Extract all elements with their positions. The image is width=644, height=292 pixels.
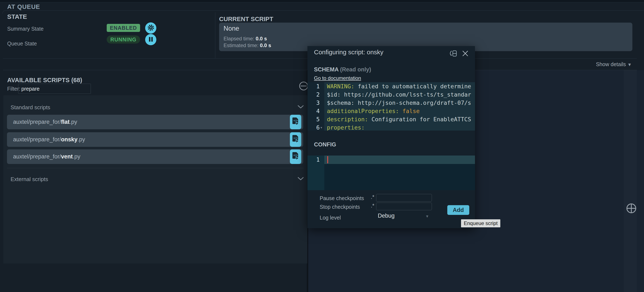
stop-checkpoints-input[interactable] (376, 203, 432, 210)
launch-script-onsky-button[interactable]: </> (290, 132, 301, 147)
pause-checkpoints-input[interactable] (376, 194, 432, 202)
show-details-arrow-icon: ▼ (627, 62, 632, 67)
estimated-time-value: 0.0 s (260, 42, 271, 48)
schema-editor[interactable]: 1 WARNING: failed to automatically deter… (308, 82, 475, 130)
standard-scripts-group-label: Standard scripts (10, 104, 50, 111)
svg-text:</>: </> (294, 137, 298, 140)
estimated-time-label: Estimated time: (224, 42, 258, 48)
enqueue-script-tooltip: Enqueue script (461, 219, 500, 227)
chevron-down-icon (298, 178, 304, 181)
config-heading: CONFIG (314, 141, 336, 148)
stop-regex-hint: .* (371, 203, 374, 209)
pause-checkpoints-label: Pause checkpoints (320, 195, 364, 201)
close-modal-button[interactable] (462, 50, 469, 58)
svg-text:</>: </> (294, 154, 298, 156)
filter-input[interactable] (18, 84, 91, 94)
schema-readonly-hint: (Read only) (340, 66, 371, 73)
launch-script-flat-button[interactable]: </> (290, 115, 301, 129)
external-scripts-group-label: External scripts (10, 176, 48, 182)
close-icon (462, 54, 469, 58)
script-ext: .py (70, 119, 77, 125)
script-path-prefix: auxtel/prepare_for/ (13, 136, 61, 142)
show-details-label: Show details (596, 61, 626, 67)
script-row-flat[interactable]: auxtel/prepare_for/flat.py </> (7, 115, 303, 129)
rotate-paste-icon (448, 55, 458, 59)
pause-queue-button[interactable] (145, 34, 156, 45)
group-divider (7, 168, 304, 168)
queue-state-label: Queue State (7, 40, 37, 47)
modal-title: Configuring script: onsky (314, 48, 383, 56)
scripts-panel: Standard scripts auxtel/prepare_for/flat… (4, 95, 307, 264)
chevron-down-icon (298, 106, 304, 110)
script-launch-icon: </> (292, 134, 300, 145)
state-current-divider (215, 12, 215, 58)
schema-heading: SCHEMA (314, 66, 338, 73)
script-row-vent[interactable]: auxtel/prepare_for/vent.py </> (7, 150, 303, 164)
stop-checkpoints-label: Stop checkpoints (320, 204, 360, 210)
locate-current-button[interactable] (626, 202, 637, 215)
fold-marker-icon[interactable]: ▾ (320, 124, 322, 130)
collapse-list-button[interactable] (299, 81, 308, 92)
script-path-prefix: auxtel/prepare_for/ (13, 154, 61, 160)
log-level-label: Log level (320, 215, 341, 221)
log-level-select[interactable]: Debug ▼ (378, 212, 430, 219)
summary-state-label: Summary State (7, 26, 44, 32)
settings-button[interactable] (145, 22, 156, 34)
queue-state-badge: RUNNING (107, 36, 140, 44)
page-frame-border (2, 10, 644, 14)
crosshair-circle-icon (626, 211, 637, 215)
script-ext: .py (78, 136, 85, 142)
script-name: onsky (61, 136, 78, 142)
config-cursor (327, 156, 328, 163)
script-path-prefix: auxtel/prepare_for/ (13, 119, 61, 125)
circle-minus-icon (299, 88, 308, 92)
script-launch-icon: </> (292, 152, 300, 162)
add-button[interactable]: Add (447, 205, 469, 215)
pause-regex-hint: .* (371, 194, 374, 200)
queue-panel-scroll-strip (624, 70, 637, 292)
page-title: AT QUEUE (7, 4, 40, 10)
script-row-onsky[interactable]: auxtel/prepare_for/onsky.py </> (7, 132, 303, 147)
current-script-name: None (224, 25, 239, 32)
script-name: vent (61, 154, 73, 160)
state-heading: STATE (7, 13, 27, 20)
script-ext: .py (73, 154, 80, 160)
external-scripts-collapse[interactable] (298, 177, 304, 182)
svg-text:</>: </> (294, 119, 298, 122)
log-level-value: Debug (378, 212, 395, 219)
current-script-heading: CURRENT SCRIPT (219, 16, 273, 22)
script-name: flat (61, 119, 70, 125)
configure-script-modal: Configuring script: onsky SCHEMA (308, 46, 475, 228)
launch-script-vent-button[interactable]: </> (290, 150, 301, 164)
script-launch-icon: </> (292, 117, 300, 127)
top-strip (0, 0, 644, 2)
documentation-link[interactable]: Go to documentation (314, 75, 361, 81)
elapsed-time-value: 0.0 s (256, 36, 267, 42)
elapsed-time-label: Elapsed time: (224, 36, 254, 42)
copy-config-button[interactable] (448, 49, 458, 59)
standard-scripts-collapse[interactable] (298, 105, 304, 110)
show-details-toggle[interactable]: Show details ▼ (570, 61, 632, 68)
summary-state-badge: ENABLED (107, 24, 140, 32)
available-scripts-heading: AVAILABLE SCRIPTS (68) (7, 77, 82, 84)
at-queue-page: AT QUEUE STATE Summary State ENABLED Que… (0, 0, 644, 292)
select-arrow-icon: ▼ (425, 214, 429, 219)
config-editor[interactable]: 1 (308, 156, 475, 190)
gear-icon (147, 24, 154, 32)
pause-icon (148, 36, 154, 43)
